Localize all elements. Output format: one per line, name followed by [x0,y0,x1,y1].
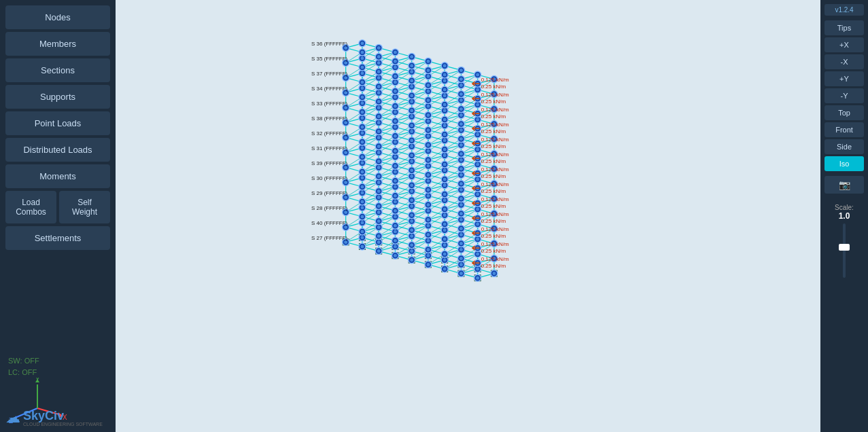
viewport[interactable] [116,0,820,432]
moments-button[interactable]: Moments [5,164,110,188]
scale-slider-container: Scale: 1.0 [824,198,864,281]
scale-track[interactable] [843,223,846,278]
scale-thumb[interactable] [839,244,850,251]
front-button[interactable]: Front [824,122,864,137]
svg-text:Y: Y [35,378,40,383]
distributed-loads-button[interactable]: Distributed Loads [5,138,110,162]
members-button[interactable]: Members [5,32,110,56]
3d-scene[interactable] [116,0,820,432]
minus-x-button[interactable]: -X [824,54,864,69]
cloud-icon: ☁ [5,409,20,427]
minus-y-button[interactable]: -Y [824,88,864,103]
skyciv-logo: ☁ SkyCiv CLOUD ENGINEERING SOFTWARE [5,409,103,427]
plus-y-button[interactable]: +Y [824,71,864,86]
nodes-button[interactable]: Nodes [5,5,110,29]
self-weight-button[interactable]: SelfWeight [59,191,110,223]
sw-status: SW: OFF [8,357,39,365]
scale-label: Scale: [835,204,854,211]
side-button[interactable]: Side [824,139,864,154]
settlements-button[interactable]: Settlements [5,226,110,250]
iso-button[interactable]: Iso [824,156,864,171]
right-panel: v1.2.4 Tips +X -X +Y -Y Top Front Side I… [820,0,868,432]
logo-text: SkyCiv [23,409,64,422]
tips-button[interactable]: Tips [824,20,864,35]
plus-x-button[interactable]: +X [824,37,864,52]
load-combos-button[interactable]: LoadCombos [5,191,56,223]
point-loads-button[interactable]: Point Loads [5,111,110,135]
logo-sub: CLOUD ENGINEERING SOFTWARE [23,422,103,427]
supports-button[interactable]: Supports [5,85,110,109]
lc-status: LC: OFF [8,368,37,376]
sidebar: Nodes Members Sections Supports Point Lo… [0,0,116,432]
top-button[interactable]: Top [824,105,864,120]
status-info: SW: OFF LC: OFF [8,355,39,378]
version-badge: v1.2.4 [824,4,864,16]
scale-value: 1.0 [839,211,850,221]
sections-button[interactable]: Sections [5,58,110,82]
camera-button[interactable]: 📷 [824,176,864,194]
bottom-row: LoadCombos SelfWeight [5,191,110,223]
